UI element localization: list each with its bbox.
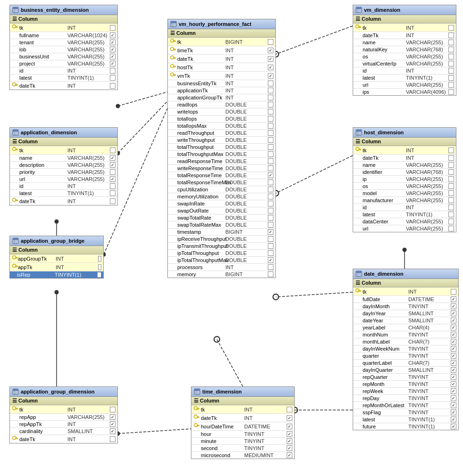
- col-name: totalThroughput: [177, 144, 225, 150]
- svg-rect-97: [360, 27, 361, 28]
- col-check: [268, 88, 273, 93]
- table-business_entity_dimension: business_entity_dimension☰ ColumntkINTfu…: [9, 5, 118, 90]
- row-icon: [170, 38, 177, 45]
- col-check: [451, 346, 456, 352]
- col-name: naturalKey: [363, 47, 406, 52]
- svg-rect-24: [16, 200, 18, 201]
- svg-point-23: [13, 198, 16, 202]
- svg-rect-113: [360, 291, 361, 292]
- col-name: cardinality: [19, 428, 67, 434]
- col-type: INT: [56, 264, 98, 270]
- col-name: totalResponseTimeMax: [177, 180, 225, 185]
- col-check: [451, 304, 456, 309]
- svg-rect-62: [174, 50, 175, 51]
- svg-rect-46: [16, 409, 17, 410]
- table-title: date_dimension: [364, 271, 404, 277]
- col-type: DOUBLE: [225, 222, 268, 228]
- col-check: [448, 54, 454, 59]
- col-name: url: [363, 226, 406, 231]
- table-header-business_entity_dimension: business_entity_dimension: [10, 5, 117, 15]
- col-type: INT: [67, 421, 110, 427]
- table-row: totalThroughputMaxDOUBLE: [168, 151, 275, 158]
- col-type: VARCHAR(255): [406, 176, 448, 182]
- table-row: appGroupTkINT: [10, 254, 103, 263]
- svg-rect-22: [16, 150, 17, 151]
- col-header-label: ☰ Column: [194, 398, 219, 404]
- connector-vm-fact: [276, 26, 353, 54]
- table-row: totalResponseTimeDOUBLE: [168, 172, 275, 179]
- col-type: DOUBLE: [225, 158, 268, 164]
- col-type: TINYINT: [408, 346, 451, 352]
- col-type: DOUBLE: [225, 201, 268, 206]
- table-row: repAppVARCHAR(255): [10, 414, 117, 421]
- col-type: SMALLINT: [408, 311, 451, 316]
- col-type: VARCHAR(255): [67, 155, 110, 161]
- col-type: DOUBLE: [225, 243, 268, 249]
- table-row: repAppTkINT: [10, 421, 117, 428]
- table-row: dateTkINT: [353, 155, 456, 162]
- col-name: readThroughput: [177, 130, 225, 136]
- svg-rect-26: [16, 201, 17, 202]
- table-header-application_dimension: application_dimension: [10, 128, 117, 138]
- table-row: fullDateDATETIME: [353, 296, 458, 303]
- row-icon: [193, 414, 201, 421]
- svg-rect-86: [198, 418, 198, 419]
- row-icon: [170, 47, 177, 54]
- col-type: DOUBLE: [225, 194, 268, 199]
- col-type: DOUBLE: [225, 116, 268, 122]
- col-name: dateTk: [19, 198, 67, 204]
- col-name: sspFlag: [363, 410, 408, 415]
- svg-rect-82: [198, 409, 198, 410]
- svg-point-103: [356, 148, 359, 151]
- table-row: fullnameVARCHAR(1024): [10, 32, 117, 39]
- col-check: [268, 65, 273, 70]
- col-name: dayInQuarter: [363, 367, 408, 373]
- col-type: INT: [406, 155, 448, 161]
- col-type: SMALLINT: [408, 318, 451, 323]
- svg-rect-10: [16, 27, 17, 28]
- col-name: dateTk: [201, 415, 244, 421]
- col-name: microsecond: [201, 452, 244, 458]
- col-name: dateTk: [363, 33, 406, 38]
- table-host_dimension: host_dimension☰ ColumntkINTdateTkINTname…: [353, 127, 456, 232]
- col-type: VARCHAR(768): [406, 47, 448, 52]
- table-row: timestampBIGINT: [168, 229, 275, 236]
- col-type: INT: [67, 198, 110, 204]
- col-type: TINYINT: [408, 402, 451, 408]
- col-type: INT: [56, 256, 98, 262]
- table-header-application_group_bridge: application_group_bridge: [10, 236, 103, 246]
- col-type: INT: [67, 83, 110, 89]
- col-check: [268, 95, 273, 100]
- col-type: DATETIME: [244, 424, 287, 429]
- column-header-application_group_bridge: ☰ Column: [10, 246, 103, 254]
- col-check: [448, 212, 454, 217]
- col-header-label: ☰ Column: [356, 280, 381, 286]
- col-name: tk: [363, 25, 406, 31]
- col-type: DOUBLE: [225, 208, 268, 213]
- svg-rect-58: [174, 41, 175, 42]
- col-type: INT: [408, 289, 451, 295]
- col-type: DOUBLE: [225, 144, 268, 150]
- col-check: [451, 374, 456, 380]
- col-check: [110, 83, 116, 89]
- col-type: VARCHAR(255): [67, 176, 110, 182]
- col-name: memory: [177, 271, 225, 277]
- table-vm_dimension: vm_dimension☰ ColumntkINTdateTkINTnameVA…: [353, 5, 456, 96]
- row-icon: [12, 406, 19, 413]
- col-name: dataCenter: [363, 219, 406, 224]
- svg-point-79: [194, 407, 198, 410]
- col-type: INT: [225, 56, 268, 62]
- col-check: [268, 73, 273, 79]
- svg-rect-13: [17, 85, 18, 86]
- svg-point-87: [194, 424, 198, 427]
- col-name: repWeek: [363, 388, 408, 394]
- col-name: os: [363, 54, 406, 59]
- col-name: url: [19, 176, 67, 182]
- table-row: cardinalitySMALLINT: [10, 428, 117, 435]
- table-row: idINT: [353, 67, 456, 74]
- svg-point-47: [13, 436, 16, 440]
- col-name: totalThroughputMax: [177, 151, 225, 157]
- col-type: TINYINT(1): [55, 272, 97, 278]
- svg-rect-100: [356, 130, 362, 131]
- col-name: totalIopsMax: [177, 123, 225, 129]
